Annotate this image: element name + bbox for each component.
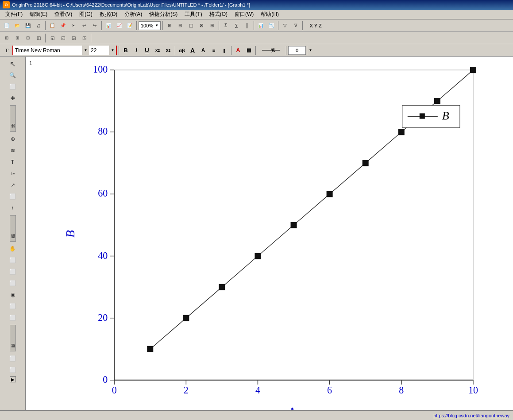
tb-chart2[interactable]: 📉 bbox=[266, 21, 276, 31]
menu-bar: 文件(F)编辑(E)查看(V)图(G)数据(D)分析(A)快捷分析(S)工具(T… bbox=[0, 10, 513, 19]
font-name-box[interactable]: ▼ ▼ bbox=[12, 46, 117, 55]
menu-item-o[interactable]: 格式(O) bbox=[206, 10, 231, 19]
tb-extra4[interactable]: ⊠ bbox=[197, 21, 206, 31]
tool-arrow2[interactable]: ↗ bbox=[8, 180, 18, 190]
y-label-20: 20 bbox=[98, 312, 108, 323]
tool-circle[interactable]: ◉ bbox=[8, 289, 18, 300]
tb-chart1[interactable]: 📊 bbox=[256, 21, 266, 31]
bold-btn[interactable]: B bbox=[121, 46, 131, 55]
save-btn[interactable]: 💾 bbox=[23, 21, 33, 31]
tb-stat3[interactable]: ║ bbox=[242, 21, 252, 31]
menu-item-w[interactable]: 窗口(W) bbox=[231, 10, 257, 19]
data-point-5 bbox=[291, 222, 297, 228]
section-label-3[interactable]: 数据 bbox=[10, 325, 16, 351]
line-width-input[interactable] bbox=[288, 46, 306, 55]
sep4 bbox=[162, 21, 163, 30]
x-label-4: 4 bbox=[255, 385, 260, 396]
tool-crosshair[interactable]: ✚ bbox=[8, 93, 18, 104]
data-point-6 bbox=[327, 191, 333, 197]
new-btn[interactable]: 📄 bbox=[2, 21, 12, 31]
tool-arrow[interactable]: ↖ bbox=[8, 58, 18, 69]
fontAsmall-btn[interactable]: A bbox=[198, 46, 208, 55]
subscript-btn[interactable]: x2 bbox=[163, 46, 173, 55]
menu-item-s[interactable]: 快捷分析(S) bbox=[146, 10, 181, 19]
tool-hand[interactable]: ✋ bbox=[8, 243, 18, 254]
tool-img2[interactable]: ⬜ bbox=[8, 266, 18, 277]
tb-extra1[interactable]: ⊞ bbox=[165, 21, 174, 31]
redo-btn[interactable]: ↪ bbox=[90, 21, 100, 31]
undo-btn[interactable]: ↩ bbox=[79, 21, 89, 31]
tb-stat2[interactable]: ∑ bbox=[231, 21, 241, 31]
fontA-btn[interactable]: A bbox=[188, 46, 197, 55]
tool-img4[interactable]: ⬜ bbox=[8, 301, 18, 312]
alpha-btn[interactable]: αβ bbox=[177, 46, 187, 55]
zoom-dropdown[interactable]: 100% ▼ bbox=[139, 21, 161, 30]
tb2-btn5[interactable]: ◱ bbox=[47, 33, 57, 43]
sidebar-expand[interactable]: ▶ bbox=[10, 376, 16, 382]
tool-img7[interactable]: ⬜ bbox=[8, 365, 18, 375]
menu-item-f[interactable]: 文件(F) bbox=[2, 10, 26, 19]
tb-filter2[interactable]: ∇ bbox=[291, 21, 301, 31]
menu-item-a[interactable]: 分析(A) bbox=[121, 10, 146, 19]
tb2-btn4[interactable]: ◫ bbox=[34, 33, 43, 43]
color-fill-btn[interactable]: ▤ bbox=[244, 46, 254, 55]
tool-text2[interactable]: T• bbox=[8, 168, 18, 179]
print-btn[interactable]: 🖨 bbox=[34, 21, 43, 31]
superscript-btn[interactable]: x2 bbox=[153, 46, 162, 55]
tb-filter1[interactable]: ▽ bbox=[280, 21, 290, 31]
italic-btn[interactable]: I bbox=[131, 46, 141, 55]
xyz-btn[interactable]: X Y Z bbox=[305, 21, 327, 31]
color-A-btn[interactable]: A bbox=[233, 46, 243, 55]
menu-item-h[interactable]: 帮助(H) bbox=[257, 10, 282, 19]
open-btn[interactable]: 📂 bbox=[12, 21, 22, 31]
tb2-btn1[interactable]: ⊞ bbox=[2, 33, 12, 43]
tool-zoom[interactable]: 🔍 bbox=[8, 70, 18, 81]
tool-text[interactable]: T bbox=[8, 157, 18, 167]
menu-item-v[interactable]: 查看(V) bbox=[51, 10, 76, 19]
tool-region[interactable]: ≋ bbox=[8, 145, 18, 156]
tool-img1[interactable]: ⬜ bbox=[8, 255, 18, 266]
tb2-btn7[interactable]: ◲ bbox=[69, 33, 78, 43]
font-name-arrow[interactable]: ▼ bbox=[82, 46, 89, 55]
add-note-btn[interactable]: 📝 bbox=[125, 21, 135, 31]
paste-btn[interactable]: 📌 bbox=[58, 21, 68, 31]
tool-rect[interactable]: ⬜ bbox=[8, 191, 18, 202]
tb-extra5[interactable]: ⊞ bbox=[207, 21, 217, 31]
tb2-btn2[interactable]: ⊞ bbox=[12, 33, 22, 43]
section-label-1[interactable]: 标注 bbox=[10, 105, 16, 132]
copy-btn[interactable]: 📋 bbox=[47, 21, 57, 31]
tool-dot-select[interactable]: ⊕ bbox=[8, 134, 18, 144]
font-name-input[interactable] bbox=[13, 46, 82, 55]
tb-extra3[interactable]: ◫ bbox=[186, 21, 196, 31]
font-size-arrow[interactable]: ▼ bbox=[109, 46, 116, 55]
add-graph-btn[interactable]: 📈 bbox=[114, 21, 124, 31]
tb-extra2[interactable]: ⊟ bbox=[175, 21, 185, 31]
tool-line[interactable]: / bbox=[8, 203, 18, 213]
add-wb-btn[interactable]: 📊 bbox=[104, 21, 113, 31]
font-size-input[interactable] bbox=[89, 46, 109, 55]
spacing-btn[interactable]: ⫿ bbox=[220, 46, 229, 55]
menu-item-g[interactable]: 图(G) bbox=[76, 10, 96, 19]
data-point-2 bbox=[183, 315, 189, 321]
tool-img3[interactable]: ⬜ bbox=[8, 278, 18, 289]
line-style-btn[interactable]: ——实— bbox=[258, 46, 284, 55]
section-label-2[interactable]: 插图 bbox=[10, 215, 16, 242]
left-sidebar: ↖ 🔍 ⬜ ✚ 标注 ⊕ ≋ T T• ↗ ⬜ / 插图 ✋ ⬜ ⬜ ⬜ ◉ ⬜… bbox=[0, 57, 26, 420]
sep7 bbox=[278, 21, 278, 30]
zoom-arrow[interactable]: ▼ bbox=[155, 23, 158, 27]
menu-item-e[interactable]: 编辑(E) bbox=[26, 10, 51, 19]
cut-btn[interactable]: ✂ bbox=[69, 21, 78, 31]
menu-item-d[interactable]: 数据(D) bbox=[96, 10, 121, 19]
tb2-btn3[interactable]: ⊟ bbox=[23, 33, 33, 43]
tb-stat1[interactable]: Σ bbox=[221, 21, 231, 31]
tool-img6[interactable]: ⬜ bbox=[8, 353, 18, 364]
tb2-btn6[interactable]: ◰ bbox=[58, 33, 68, 43]
menu-item-t[interactable]: 工具(T) bbox=[181, 10, 205, 19]
tool-select[interactable]: ⬜ bbox=[8, 81, 18, 92]
underline-btn[interactable]: U bbox=[142, 46, 152, 55]
line-width-arrow[interactable]: ▼ bbox=[307, 46, 314, 55]
tb2-btn8[interactable]: ◳ bbox=[79, 33, 89, 43]
tool-img5[interactable]: ⬜ bbox=[8, 312, 18, 323]
sep3 bbox=[136, 21, 137, 30]
align-btn[interactable]: ≡ bbox=[209, 46, 219, 55]
